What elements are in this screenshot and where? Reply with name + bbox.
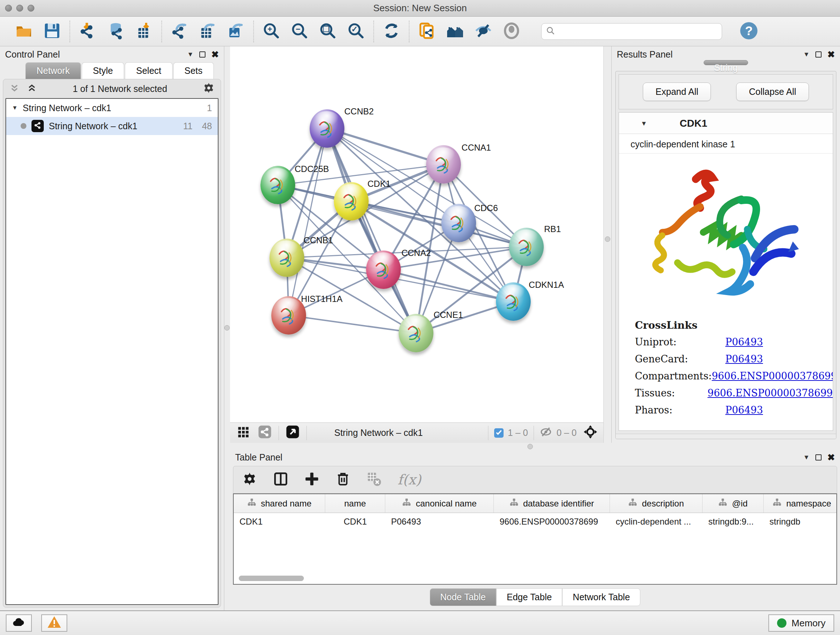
tab-node-table[interactable]: Node Table: [430, 588, 496, 606]
zoom-in-button[interactable]: +: [262, 22, 281, 41]
network-node-rb1[interactable]: [509, 228, 544, 266]
tab-network[interactable]: Network: [25, 62, 81, 79]
refresh-button[interactable]: [382, 22, 401, 41]
crosslink-link[interactable]: 9606.ENSP00000378699: [707, 387, 833, 399]
selected-checkbox-icon[interactable]: [494, 428, 504, 438]
cloud-status-button[interactable]: [6, 614, 32, 632]
protein-expand-icon[interactable]: ▼: [641, 120, 647, 127]
open-session-button[interactable]: [14, 22, 33, 41]
table-settings-gear-button[interactable]: [242, 471, 257, 488]
collection-expand-icon[interactable]: ▼: [12, 105, 18, 111]
tab-sets[interactable]: Sets: [173, 62, 214, 79]
crosslink-link[interactable]: 9606.ENSP00000378699: [712, 371, 833, 382]
close-panel-icon[interactable]: ✖: [211, 49, 219, 60]
search-input[interactable]: [558, 27, 714, 36]
save-icon: [43, 22, 61, 41]
network-node-ccna1[interactable]: [426, 145, 461, 184]
add-column-button[interactable]: [304, 471, 319, 488]
column-header-name[interactable]: name: [325, 494, 385, 513]
expand-all-button[interactable]: Expand All: [643, 82, 711, 101]
save-session-button[interactable]: [43, 22, 62, 41]
tab-network-table[interactable]: Network Table: [562, 588, 640, 606]
column-header-namespace[interactable]: namespace: [764, 494, 837, 513]
network-view: CCNB2CCNA1CDC25BCDK1CDC6RB1CCNB1CCNA2CDK…: [230, 46, 603, 443]
collapse-panel-icon[interactable]: ▼: [187, 51, 194, 58]
fit-selected-crosshair-button[interactable]: [583, 425, 598, 441]
svg-text:?: ?: [745, 24, 752, 37]
export-image-button[interactable]: [226, 22, 245, 41]
network-node-cdc6[interactable]: [441, 204, 476, 242]
crosslink-link[interactable]: P06493: [725, 336, 763, 348]
collapse-all-networks-icon[interactable]: [9, 82, 20, 95]
export-network-button[interactable]: [170, 22, 189, 41]
network-node-cdc25b[interactable]: [261, 166, 295, 204]
network-canvas[interactable]: CCNB2CCNA1CDC25BCDK1CDC6RB1CCNB1CCNA2CDK…: [230, 46, 603, 423]
network-node-cdk1[interactable]: [334, 182, 369, 220]
network-overview-button[interactable]: [257, 425, 273, 441]
network-row-selected[interactable]: String Network – cdk1 11 48: [6, 117, 218, 135]
collapse-panel-icon[interactable]: ▼: [803, 454, 810, 461]
tab-style[interactable]: Style: [82, 62, 125, 79]
zoom-selected-button[interactable]: ✓: [347, 22, 365, 41]
column-header-@id[interactable]: @id: [703, 494, 764, 513]
birdseye-grid-button[interactable]: [235, 425, 251, 441]
import-network-button[interactable]: [78, 22, 97, 41]
network-edge-count: 48: [202, 121, 212, 131]
splitter-grip[interactable]: [527, 444, 533, 449]
close-panel-icon[interactable]: ✖: [827, 49, 835, 60]
collapse-panel-icon[interactable]: ▼: [803, 51, 810, 58]
warnings-button[interactable]: [41, 614, 67, 632]
left-splitter[interactable]: [224, 46, 230, 610]
network-collection-row[interactable]: ▼ String Network – cdk1 1: [6, 99, 218, 117]
show-all-button[interactable]: [502, 22, 521, 41]
tab-edge-table[interactable]: Edge Table: [496, 588, 562, 606]
expand-all-networks-icon[interactable]: [27, 82, 37, 95]
annotation-button[interactable]: [417, 22, 436, 41]
horizontal-splitter[interactable]: [230, 443, 840, 450]
network-node-ccna2[interactable]: [366, 250, 401, 289]
crosslink-link[interactable]: P06493: [725, 404, 763, 416]
right-splitter[interactable]: [603, 46, 611, 443]
first-neighbors-button[interactable]: [446, 22, 464, 41]
show-columns-button[interactable]: [273, 471, 288, 488]
search-box[interactable]: [541, 23, 722, 40]
crosslink-link[interactable]: P06493: [725, 353, 763, 364]
import-network-icon: [79, 22, 96, 41]
zoom-fit-button[interactable]: ❐: [318, 22, 337, 41]
close-panel-icon[interactable]: ✖: [827, 452, 835, 463]
selected-count: 1 – 0: [508, 428, 528, 438]
column-header-database-identifier[interactable]: database identifier: [494, 494, 610, 513]
network-list: ▼ String Network – cdk1 1 String Network…: [5, 98, 218, 605]
tab-string[interactable]: String: [704, 60, 748, 65]
node-label-cdkn1a: CDKN1A: [529, 280, 564, 290]
import-table-button[interactable]: [134, 22, 153, 41]
detach-view-button[interactable]: [285, 425, 301, 441]
memory-button[interactable]: Memory: [768, 614, 834, 632]
network-node-ccne1[interactable]: [399, 314, 433, 352]
splitter-grip[interactable]: [224, 325, 230, 331]
results-panel: Results Panel ▼ ✖ String Expand All Coll…: [611, 46, 840, 443]
crosslink-label: Tissues:: [635, 387, 707, 399]
zoom-fit-icon: ❐: [319, 22, 336, 41]
splitter-grip[interactable]: [605, 236, 610, 242]
export-table-button[interactable]: [198, 22, 217, 41]
import-network-from-database-button[interactable]: [106, 22, 125, 41]
hide-selected-button[interactable]: [474, 22, 493, 41]
column-header-shared-name[interactable]: shared name: [234, 494, 325, 513]
help-button[interactable]: ?: [739, 22, 758, 41]
network-node-ccnb2[interactable]: [309, 109, 344, 148]
tab-select[interactable]: Select: [125, 62, 172, 79]
delete-table-button-disabled: [366, 471, 382, 488]
network-node-ccnb1[interactable]: [270, 239, 304, 277]
delete-column-button[interactable]: [335, 471, 351, 488]
table-row[interactable]: CDK1CDK1P064939606.ENSP00000378699cyclin…: [234, 513, 836, 530]
network-options-gear-icon[interactable]: [202, 82, 215, 96]
float-panel-icon[interactable]: [815, 51, 821, 57]
zoom-out-button[interactable]: −: [290, 22, 309, 41]
column-header-canonical-name[interactable]: canonical name: [385, 494, 494, 513]
column-header-description[interactable]: description: [610, 494, 703, 513]
horizontal-scrollbar[interactable]: [239, 576, 304, 581]
collapse-all-button[interactable]: Collapse All: [736, 82, 809, 101]
float-panel-icon[interactable]: [199, 51, 205, 57]
float-panel-icon[interactable]: [815, 454, 821, 461]
